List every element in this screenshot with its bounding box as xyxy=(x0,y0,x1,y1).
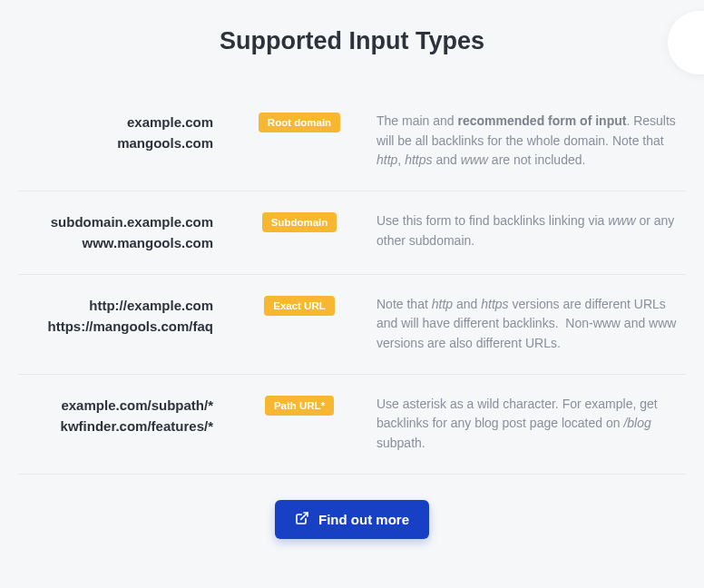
type-badge: Subdomain xyxy=(262,212,337,232)
example-cell: example.com/subpath/* kwfinder.com/featu… xyxy=(18,395,231,437)
table-row: example.com mangools.com Root domain The… xyxy=(18,92,686,191)
badge-cell: Subdomain xyxy=(231,211,367,232)
type-badge: Exact URL xyxy=(264,296,335,316)
find-out-more-button[interactable]: Find out more xyxy=(275,500,429,539)
page-container: Supported Input Types example.com mangoo… xyxy=(0,27,704,539)
external-link-icon xyxy=(295,511,309,528)
description-cell: The main and recommended form of input. … xyxy=(367,112,686,171)
description-cell: Use asterisk as a wild character. For ex… xyxy=(367,395,686,454)
example-text: mangools.com xyxy=(18,132,213,153)
description-cell: Use this form to find backlinks linking … xyxy=(367,211,686,250)
button-label: Find out more xyxy=(318,512,409,527)
example-text: www.mangools.com xyxy=(18,232,213,253)
type-badge: Path URL* xyxy=(265,396,334,416)
button-wrap: Find out more xyxy=(18,500,686,539)
example-text: example.com xyxy=(18,112,213,132)
table-row: example.com/subpath/* kwfinder.com/featu… xyxy=(18,375,686,475)
table-row: http://example.com https://mangools.com/… xyxy=(18,275,686,375)
example-text: https://mangools.com/faq xyxy=(18,316,213,337)
table-row: subdomain.example.com www.mangools.com S… xyxy=(18,191,686,275)
example-text: subdomain.example.com xyxy=(18,211,213,232)
badge-cell: Root domain xyxy=(231,112,367,132)
badge-cell: Path URL* xyxy=(231,395,367,416)
badge-cell: Exact URL xyxy=(231,295,367,316)
example-cell: example.com mangools.com xyxy=(18,112,231,154)
example-text: http://example.com xyxy=(18,295,213,316)
example-text: example.com/subpath/* xyxy=(18,395,213,416)
page-title: Supported Input Types xyxy=(18,27,686,55)
svg-line-0 xyxy=(301,513,308,519)
description-cell: Note that http and https versions are di… xyxy=(367,295,686,354)
type-badge: Root domain xyxy=(259,113,340,132)
example-cell: subdomain.example.com www.mangools.com xyxy=(18,211,231,254)
example-cell: http://example.com https://mangools.com/… xyxy=(18,295,231,338)
example-text: kwfinder.com/features/* xyxy=(18,416,213,436)
